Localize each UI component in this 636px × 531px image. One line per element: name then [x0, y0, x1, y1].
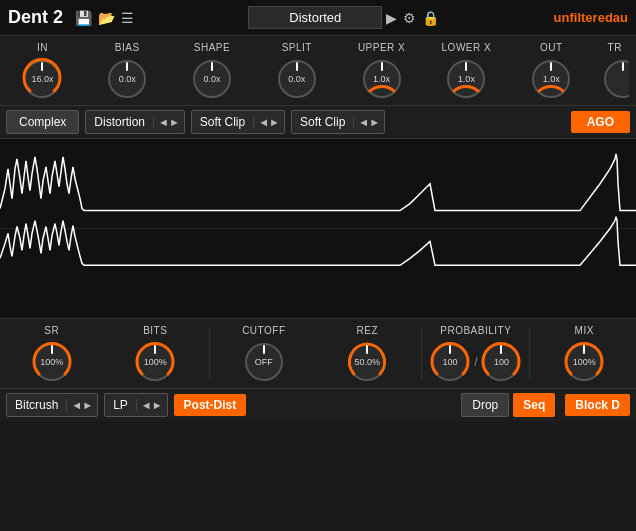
softclip2-label: Soft Clip [292, 111, 353, 133]
knob-group-out: OUT 1.0x [509, 42, 594, 101]
label-bits: BITS [143, 325, 167, 336]
knob-lowerx[interactable]: 1.0x [444, 57, 488, 101]
lp-label: LP [105, 394, 136, 416]
label-bias: BIAS [115, 42, 140, 53]
controls-row: Complex Distortion ◄► Soft Clip ◄► Soft … [0, 106, 636, 139]
knob-group-bits: BITS 100% [104, 325, 208, 384]
waveform-area [0, 139, 636, 319]
bitcrush-arrows[interactable]: ◄► [66, 399, 97, 411]
knob-out[interactable]: 1.0x [529, 57, 573, 101]
label-mix: MIX [575, 325, 594, 336]
distortion-arrows[interactable]: ◄► [153, 116, 184, 128]
softclip1-selector: Soft Clip ◄► [191, 110, 285, 134]
gear-icon[interactable]: ⚙ [403, 10, 416, 26]
divider-2 [421, 329, 422, 380]
preset-bar: Distorted ▶ ⚙ 🔒 [134, 6, 554, 29]
knob-rez[interactable]: 50.0% [345, 340, 389, 384]
label-tr: TR [608, 42, 622, 53]
knob-group-bias: BIAS 0.0x [85, 42, 170, 101]
knob-prob2[interactable]: 100 [479, 340, 523, 384]
knob-group-rez: REZ 50.0% [316, 325, 420, 384]
knob-shape[interactable]: 0.0x [190, 57, 234, 101]
prob-knobs: 100 / 100 [428, 340, 523, 384]
save-icon[interactable]: 💾 [75, 10, 92, 26]
menu-icon[interactable]: ☰ [121, 10, 134, 26]
preset-name: Distorted [248, 6, 382, 29]
knob-section-bottom: SR 100% BITS 100% CUTOFF [0, 319, 636, 389]
post-dist-button[interactable]: Post-Dist [174, 394, 247, 416]
knob-bias[interactable]: 0.0x [105, 57, 149, 101]
softclip2-arrows[interactable]: ◄► [353, 116, 384, 128]
knob-prob1[interactable]: 100 [428, 340, 472, 384]
drop-button[interactable]: Drop [461, 393, 509, 417]
distortion-selector: Distortion ◄► [85, 110, 184, 134]
bottom-controls-row: Bitcrush ◄► LP ◄► Post-Dist Drop Seq Blo… [0, 389, 636, 421]
complex-button[interactable]: Complex [6, 110, 79, 134]
preset-arrows[interactable]: ▶ [386, 10, 397, 26]
app-title: Dent 2 [8, 7, 63, 28]
label-rez: REZ [357, 325, 379, 336]
waveform-svg [0, 139, 636, 318]
knob-tr[interactable] [601, 57, 629, 101]
knob-group-split: SPLIT 0.0x [254, 42, 339, 101]
label-upperx: UPPER X [358, 42, 405, 53]
divider-3 [529, 329, 530, 380]
knob-group-in: IN 16.0x [0, 42, 85, 101]
divider-1 [209, 329, 210, 380]
knob-upperx[interactable]: 1.0x [360, 57, 404, 101]
knob-group-upperx: UPPER X 1.0x [339, 42, 424, 101]
brand-name: unfilteredau [554, 10, 628, 25]
knob-group-cutoff: CUTOFF OFF [212, 325, 316, 384]
label-probability: PROBABILITY [440, 325, 511, 336]
knob-in[interactable]: 16.0x [20, 57, 64, 101]
label-cutoff: CUTOFF [242, 325, 285, 336]
blockd-button[interactable]: Block D [565, 394, 630, 416]
bitcrush-selector: Bitcrush ◄► [6, 393, 98, 417]
gear-lock: ⚙ 🔒 [403, 10, 439, 26]
drop-seq-group: Drop Seq [461, 393, 555, 417]
ago-button[interactable]: AGO [571, 111, 630, 133]
label-out: OUT [540, 42, 563, 53]
bitcrush-label: Bitcrush [7, 394, 66, 416]
folder-icon[interactable]: 📂 [98, 10, 115, 26]
knob-split[interactable]: 0.0x [275, 57, 319, 101]
label-split: SPLIT [282, 42, 312, 53]
knob-bits[interactable]: 100% [133, 340, 177, 384]
top-bar: Dent 2 💾 📂 ☰ Distorted ▶ ⚙ 🔒 unfiltereda… [0, 0, 636, 36]
prob-slash: / [474, 355, 477, 369]
knob-mix[interactable]: 100% [562, 340, 606, 384]
label-shape: SHAPE [194, 42, 230, 53]
knob-group-tr: TR [594, 42, 636, 101]
top-icons: 💾 📂 ☰ [75, 10, 134, 26]
label-sr: SR [44, 325, 59, 336]
knob-group-shape: SHAPE 0.0x [170, 42, 255, 101]
knob-sr[interactable]: 100% [30, 340, 74, 384]
knob-group-lowerx: LOWER X 1.0x [424, 42, 509, 101]
lock-icon[interactable]: 🔒 [422, 10, 439, 26]
softclip1-label: Soft Clip [192, 111, 253, 133]
label-lowerx: LOWER X [442, 42, 492, 53]
knob-group-mix: MIX 100% [532, 325, 636, 384]
lp-selector: LP ◄► [104, 393, 167, 417]
label-in: IN [37, 42, 48, 53]
lp-arrows[interactable]: ◄► [136, 399, 167, 411]
knob-cutoff[interactable]: OFF [242, 340, 286, 384]
knob-group-sr: SR 100% [0, 325, 104, 384]
seq-button[interactable]: Seq [513, 393, 555, 417]
distortion-label: Distortion [86, 111, 153, 133]
knob-section-top: IN 16.0x BIAS 0.0x SHAPE 0 [0, 36, 636, 106]
knob-group-probability: PROBABILITY 100 / 100 [424, 325, 527, 384]
softclip1-arrows[interactable]: ◄► [253, 116, 284, 128]
svg-point-14 [605, 61, 629, 97]
softclip2-selector: Soft Clip ◄► [291, 110, 385, 134]
